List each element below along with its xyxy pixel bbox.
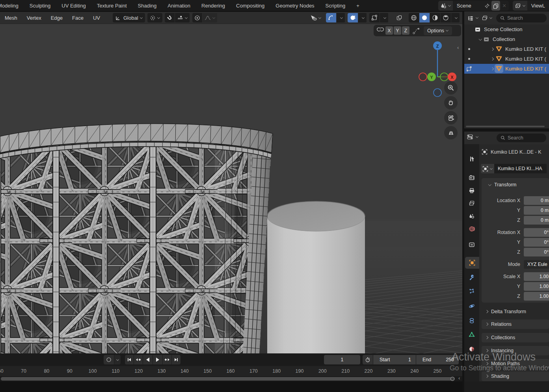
play-reverse-button[interactable] <box>143 355 153 364</box>
overlays-dropdown[interactable] <box>358 13 367 22</box>
transform-field-z-9[interactable]: 1.00 <box>524 292 549 301</box>
shading-rendered-button[interactable] <box>441 13 451 22</box>
new-scene-button[interactable] <box>491 1 500 11</box>
timeline-scrollbar[interactable]: ‹ <box>0 376 462 381</box>
transform-field-y-8[interactable]: 1.00 <box>524 282 549 291</box>
topbar-menu-geometry-nodes[interactable]: Geometry Nodes <box>270 0 320 11</box>
shading-dropdown[interactable] <box>451 13 460 22</box>
snap-toggle[interactable] <box>165 13 175 22</box>
properties-search-input[interactable]: Search <box>497 134 546 142</box>
shading-material-button[interactable] <box>430 13 440 22</box>
xray-dropdown[interactable] <box>380 13 388 22</box>
transform-field-z-2[interactable]: 0 m <box>524 216 549 225</box>
properties-editor-type-dropdown[interactable] <box>467 134 478 140</box>
unlink-scene-icon[interactable]: ✕ <box>500 1 509 11</box>
viewport-menu-vertex[interactable]: Vertex <box>22 15 46 21</box>
jump-to-end-button[interactable] <box>172 355 181 364</box>
properties-tab-render[interactable] <box>464 172 479 184</box>
pin-icon[interactable] <box>483 1 491 11</box>
viewport-menu-face[interactable]: Face <box>67 15 88 21</box>
expander-icon[interactable] <box>479 38 482 41</box>
viewport-menu-edge[interactable]: Edge <box>46 15 67 21</box>
panel-delta-transform[interactable]: Delta Transform <box>482 307 549 316</box>
outliner-row-scene-collection-0[interactable]: Scene Collection <box>464 24 549 34</box>
outliner-item-label[interactable]: Kumiko LED KIT ( <box>505 66 546 72</box>
expander-icon[interactable] <box>491 67 494 71</box>
outliner-item-label[interactable]: Kumiko LED KIT ( <box>505 56 546 62</box>
outliner-display-mode-dropdown[interactable] <box>467 15 478 21</box>
frame-start-field[interactable]: Start 1 <box>373 355 416 364</box>
jump-to-prev-keyframe-button[interactable] <box>134 355 143 364</box>
view-layer-selector[interactable]: ViewL <box>513 1 549 11</box>
gizmos-toggle[interactable] <box>326 13 336 22</box>
transform-field-y-1[interactable]: 0 m <box>524 206 549 215</box>
compositor-icon[interactable] <box>394 13 404 22</box>
properties-tab-output[interactable] <box>464 185 479 197</box>
outliner-row-kumiko-led-kit-3[interactable]: Kumiko LED KIT ( <box>464 54 549 64</box>
viewport-scene-canvas[interactable] <box>0 24 462 353</box>
outliner-item-label[interactable]: Scene Collection <box>484 26 523 32</box>
timeline-ruler[interactable]: 6070809010011012013014015016017018019020… <box>0 366 462 376</box>
expander-icon[interactable] <box>491 58 494 61</box>
topbar-menu-scripting[interactable]: Scripting <box>320 0 351 11</box>
object-name-field[interactable]: Kumiko LED KI...HA <box>494 164 547 173</box>
snap-target-dropdown[interactable] <box>175 13 190 22</box>
gizmo-minus-z[interactable] <box>434 89 441 97</box>
gizmo-minus-x[interactable] <box>419 73 427 81</box>
properties-tab-constraints[interactable] <box>464 315 479 327</box>
zoom-button[interactable] <box>444 81 458 95</box>
timeline-collapse-arrow[interactable]: ‹ <box>458 375 460 381</box>
properties-tab-data[interactable] <box>464 329 479 340</box>
topbar-menu-rendering[interactable]: Rendering <box>196 0 231 11</box>
viewport-menu-mesh[interactable]: Mesh <box>0 15 22 21</box>
gizmos-dropdown[interactable] <box>337 13 345 22</box>
proportional-falloff-icon[interactable] <box>412 27 421 35</box>
topbar-menu-[interactable]: + <box>351 0 365 11</box>
properties-tab-physics[interactable] <box>464 300 479 312</box>
mirror-x-button[interactable]: X <box>385 26 393 35</box>
xray-toggle[interactable] <box>369 13 380 22</box>
overlays-toggle[interactable] <box>348 13 358 22</box>
outliner-item-label[interactable]: Collection <box>493 36 515 42</box>
transform-field-location-x-0[interactable]: 0 m <box>524 196 549 205</box>
shading-wireframe-button[interactable] <box>409 13 419 22</box>
panel-relations[interactable]: Relations <box>482 320 549 329</box>
use-preview-range-toggle[interactable] <box>363 355 373 364</box>
options-button[interactable]: Options <box>424 26 452 35</box>
transform-field-y-4[interactable]: 0° <box>524 238 549 247</box>
mirror-icon[interactable] <box>376 27 385 35</box>
view-layer-icon[interactable] <box>513 1 527 11</box>
scene-selector[interactable]: Scene ✕ <box>438 1 509 11</box>
topbar-menu-shading[interactable]: Shading <box>132 0 162 11</box>
scene-icon[interactable] <box>438 1 453 11</box>
topbar-menu-sculpting[interactable]: Sculpting <box>24 0 56 11</box>
pan-button[interactable] <box>444 96 458 110</box>
auto-keying-dropdown[interactable] <box>114 355 121 364</box>
transform-panel-header[interactable]: Transform <box>485 182 517 188</box>
view-layer-name[interactable]: ViewL <box>527 3 549 9</box>
scene-name[interactable]: Scene <box>453 3 483 9</box>
topbar-menu-uv-editing[interactable]: UV Editing <box>56 0 91 11</box>
outliner-item-label[interactable]: Kumiko LED KIT ( <box>505 46 546 52</box>
outliner-row-collection-1[interactable]: Collection <box>464 34 549 44</box>
auto-keying-toggle[interactable] <box>104 355 114 364</box>
outliner-filter-dropdown[interactable] <box>482 15 492 21</box>
sidebar-collapse-arrow[interactable]: ‹ <box>457 45 459 50</box>
jump-to-start-button[interactable] <box>125 355 134 364</box>
topbar-menu-animation[interactable]: Animation <box>162 0 196 11</box>
pivot-point-dropdown[interactable] <box>147 13 162 22</box>
mirror-y-button[interactable]: Y <box>394 26 401 35</box>
play-button[interactable] <box>153 355 162 364</box>
transform-field-scale-x-7[interactable]: 1.00 <box>524 272 549 281</box>
show-object-types-dropdown[interactable] <box>308 13 323 22</box>
properties-tab-tool[interactable] <box>464 153 479 165</box>
viewport-menu-uv[interactable]: UV <box>88 15 105 21</box>
jump-to-next-keyframe-button[interactable] <box>163 355 171 364</box>
topbar-menu-texture-paint[interactable]: Texture Paint <box>91 0 132 11</box>
proportional-falloff-dropdown[interactable] <box>203 13 217 22</box>
current-frame-field[interactable]: 1 <box>324 355 360 364</box>
topbar-menu-modeling[interactable]: Modeling <box>0 0 24 11</box>
transform-orientation-dropdown[interactable]: Global <box>113 13 145 22</box>
camera-view-button[interactable] <box>444 111 458 124</box>
transform-field-rotation-x-3[interactable]: 0° <box>524 228 549 237</box>
